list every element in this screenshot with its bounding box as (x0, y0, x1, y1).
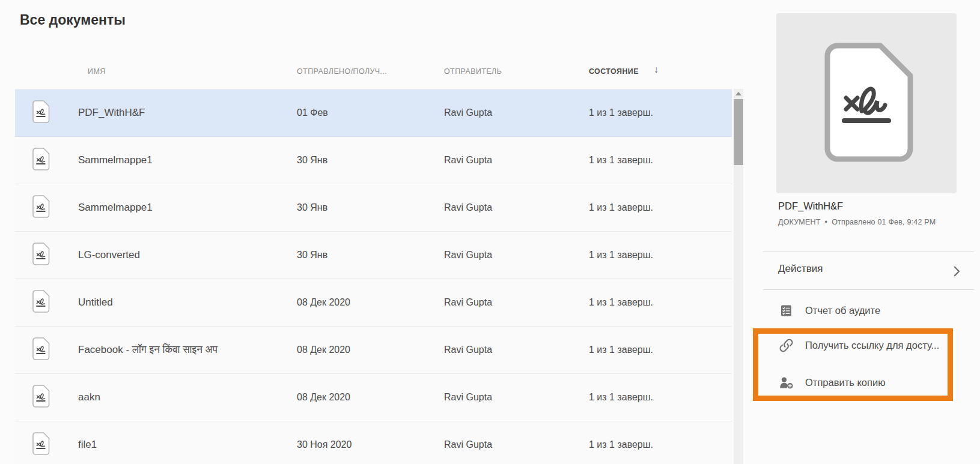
document-name-cell: Sammelmappe1 (78, 202, 153, 214)
document-name-cell: Sammelmappe1 (78, 154, 153, 166)
document-list: PDF_WithH&F 01 Фев Ravi Gupta 1 из 1 зав… (15, 89, 732, 464)
document-name-cell: Facebook - लॉग इन किंवा साइन अप (78, 344, 218, 356)
document-name-cell: PDF_WithH&F (78, 107, 145, 119)
actions-menu[interactable]: Действия (778, 263, 958, 275)
status-cell: 1 из 1 заверш. (589, 345, 653, 355)
sent-date-cell: 30 Янв (297, 202, 327, 213)
status-cell: 1 из 1 заверш. (589, 202, 653, 213)
table-row[interactable]: file1 30 Ноя 2020 Ravi Gupta 1 из 1 заве… (15, 421, 732, 464)
sender-cell: Ravi Gupta (444, 439, 492, 450)
link-icon (778, 337, 794, 354)
sign-document-icon (32, 195, 50, 221)
document-name-cell: LG-converted (78, 249, 140, 261)
status-cell: 1 из 1 заверш. (589, 155, 653, 166)
document-title: PDF_WithH&F (778, 200, 843, 212)
sender-cell: Ravi Gupta (444, 202, 492, 213)
action-label: Отправить копию (805, 377, 886, 388)
column-header-sender[interactable]: ОТПРАВИТЕЛЬ (444, 67, 502, 76)
status-cell: 1 из 1 заверш. (589, 250, 653, 261)
document-sent-info: Отправлено 01 Фев, 9:42 PM (832, 218, 936, 226)
action-item-send-copy[interactable]: Отправить копию (778, 374, 886, 391)
sign-document-icon (32, 290, 50, 316)
column-header-status[interactable]: СОСТОЯНИЕ (589, 67, 639, 76)
sender-cell: Ravi Gupta (444, 155, 492, 166)
sign-document-icon (32, 100, 50, 126)
sent-date-cell: 08 Дек 2020 (297, 297, 350, 308)
chevron-right-icon[interactable] (954, 266, 960, 279)
table-row[interactable]: Sammelmappe1 30 Янв Ravi Gupta 1 из 1 за… (15, 137, 732, 184)
document-thumbnail[interactable] (776, 13, 957, 193)
sign-document-icon (818, 41, 915, 166)
table-row[interactable]: Sammelmappe1 30 Янв Ravi Gupta 1 из 1 за… (15, 184, 732, 232)
action-label: Отчет об аудите (805, 305, 880, 316)
sender-cell: Ravi Gupta (444, 297, 492, 308)
page-title: Все документы (20, 12, 126, 28)
detail-panel: PDF_WithH&F ДОКУМЕНТ•Отправлено 01 Фев, … (745, 0, 980, 464)
status-cell: 1 из 1 заверш. (589, 107, 653, 118)
document-meta: ДОКУМЕНТ•Отправлено 01 Фев, 9:42 PM (778, 218, 936, 226)
status-cell: 1 из 1 заверш. (589, 392, 653, 403)
column-header-name[interactable]: ИМЯ (88, 67, 106, 76)
audit-report-icon (778, 304, 794, 317)
scrollbar[interactable] (734, 89, 743, 464)
sent-date-cell: 08 Дек 2020 (297, 345, 350, 355)
document-name-cell: aakn (78, 391, 100, 403)
sign-document-icon (32, 385, 50, 411)
table-row[interactable]: LG-converted 30 Янв Ravi Gupta 1 из 1 за… (15, 232, 732, 279)
sign-document-icon (32, 432, 50, 458)
sender-cell: Ravi Gupta (444, 107, 492, 118)
sign-document-icon (32, 148, 50, 173)
divider (763, 252, 974, 252)
sign-document-icon (32, 243, 50, 268)
action-item-get-link[interactable]: Получить ссылку для досту... (778, 337, 939, 354)
column-header-sent[interactable]: ОТПРАВЛЕНО/ПОЛУЧ... (297, 67, 387, 76)
status-cell: 1 из 1 заверш. (589, 297, 653, 308)
action-item-audit-report[interactable]: Отчет об аудите (778, 302, 880, 319)
meta-bullet: • (825, 218, 828, 226)
sender-cell: Ravi Gupta (444, 250, 492, 261)
table-row[interactable]: PDF_WithH&F 01 Фев Ravi Gupta 1 из 1 зав… (15, 89, 732, 137)
sent-date-cell: 08 Дек 2020 (297, 392, 350, 403)
table-row[interactable]: Untitled 08 Дек 2020 Ravi Gupta 1 из 1 з… (15, 279, 732, 327)
sender-cell: Ravi Gupta (444, 392, 492, 403)
scroll-up-button[interactable] (734, 89, 743, 98)
table-row[interactable]: Facebook - लॉग इन किंवा साइन अप 08 Дек 2… (15, 327, 732, 374)
table-row[interactable]: aakn 08 Дек 2020 Ravi Gupta 1 из 1 завер… (15, 374, 732, 421)
add-person-icon (778, 376, 794, 389)
document-name-cell: file1 (78, 439, 97, 451)
up-arrow-icon (735, 92, 741, 95)
action-label: Получить ссылку для досту... (805, 340, 939, 351)
document-name-cell: Untitled (78, 297, 113, 309)
sent-date-cell: 01 Фев (297, 107, 328, 118)
scrollbar-thumb[interactable] (734, 99, 743, 165)
sent-date-cell: 30 Ноя 2020 (297, 439, 352, 450)
sent-date-cell: 30 Янв (297, 155, 327, 166)
sort-descending-icon[interactable]: ↓ (654, 64, 659, 75)
sign-document-icon (32, 337, 50, 363)
sent-date-cell: 30 Янв (297, 250, 327, 261)
status-cell: 1 из 1 заверш. (589, 439, 653, 450)
document-type-label: ДОКУМЕНТ (778, 218, 821, 226)
divider (763, 289, 974, 290)
sender-cell: Ravi Gupta (444, 345, 492, 355)
